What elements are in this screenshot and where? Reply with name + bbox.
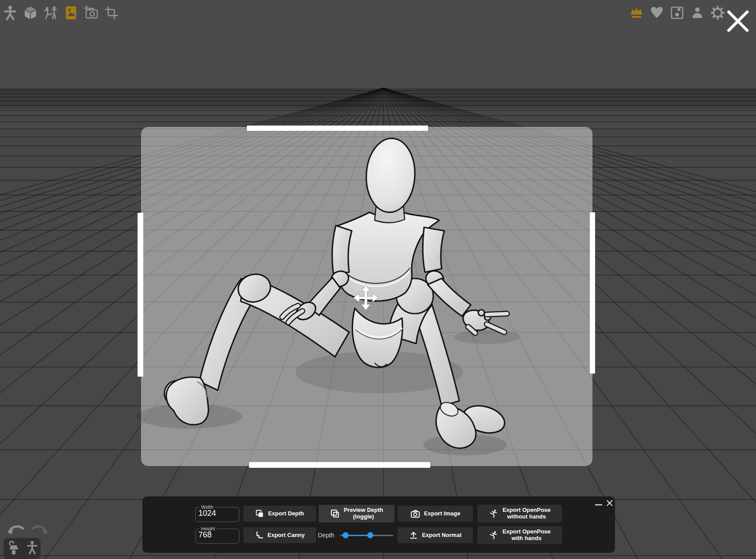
undo-icon[interactable] [6, 522, 25, 536]
gear-icon[interactable] [710, 4, 725, 21]
lamp-icon[interactable] [6, 540, 21, 557]
depth-slider-handle-min[interactable] [343, 532, 349, 538]
frame-handle-left[interactable] [138, 213, 143, 377]
export-openpose-without-hands-button[interactable]: Export OpenPose without hands [477, 505, 562, 522]
depth-slider[interactable] [340, 532, 393, 539]
save-icon[interactable] [670, 4, 685, 21]
height-input[interactable] [198, 530, 235, 540]
mannequin-figure[interactable] [0, 0, 756, 559]
export-canny-button[interactable]: Export Canny [243, 527, 316, 543]
depth-label: Depth [318, 532, 334, 539]
height-field: Height [195, 526, 239, 544]
export-openpose-without-hands-label: Export OpenPose without hands [503, 507, 551, 520]
account-toolbar [629, 4, 725, 21]
frame-handle-right[interactable] [590, 212, 595, 374]
preview-depth-label: Preview Depth (toggle) [344, 507, 384, 520]
export-image-button[interactable]: Export Image [398, 506, 473, 522]
preview-depth-button[interactable]: Preview Depth (toggle) [319, 505, 395, 522]
export-openpose-with-hands-button[interactable]: Export OpenPose with hands [477, 526, 562, 544]
camera-add-icon[interactable] [84, 4, 99, 21]
crop-icon[interactable] [104, 4, 119, 21]
panel-close-icon[interactable] [605, 499, 614, 508]
export-panel: Width Height Export Depth Export Canny P… [142, 496, 615, 553]
close-icon[interactable] [725, 8, 751, 34]
main-toolbar [3, 4, 119, 21]
export-depth-label: Export Depth [268, 511, 304, 517]
mannequin-icon[interactable] [3, 4, 18, 21]
pose-app: { "colors": { "gold": "#a87b10", "icon_g… [0, 0, 756, 559]
minimize-icon[interactable] [595, 501, 603, 507]
export-canny-label: Export Canny [268, 532, 305, 539]
redo-icon[interactable] [31, 522, 49, 536]
account-icon[interactable] [690, 4, 705, 21]
frame-handle-top[interactable] [247, 126, 428, 131]
heart-icon[interactable] [649, 4, 664, 21]
depth-slider-active-range [346, 535, 370, 536]
depth-slider-row: Depth [318, 528, 393, 542]
export-image-label: Export Image [424, 511, 460, 517]
export-openpose-with-hands-label: Export OpenPose with hands [503, 529, 551, 542]
figure-tools [4, 538, 41, 559]
crown-icon[interactable] [629, 4, 644, 21]
width-input[interactable] [198, 509, 235, 518]
standing-figure-icon[interactable] [26, 540, 38, 557]
image-export-icon[interactable] [63, 4, 78, 21]
export-normal-button[interactable]: Export Normal [398, 527, 473, 543]
export-depth-button[interactable]: Export Depth [243, 506, 316, 522]
depth-slider-handle-max[interactable] [367, 532, 373, 538]
export-normal-label: Export Normal [422, 532, 462, 539]
width-field: Width [195, 504, 239, 522]
cube-icon[interactable] [23, 4, 38, 21]
frame-handle-bottom[interactable] [249, 462, 430, 468]
dancers-icon[interactable] [43, 4, 58, 21]
history-controls [6, 522, 49, 536]
